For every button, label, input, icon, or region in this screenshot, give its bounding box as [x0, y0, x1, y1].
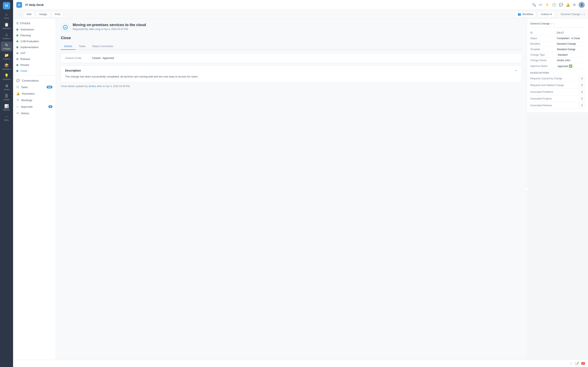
header-icons: 🔍 🏷 ⚡ 🕐 💬 🔔 ⚙ 👤 — [532, 2, 585, 8]
tab-details[interactable]: Details — [61, 43, 76, 50]
nav-item-requests[interactable]: 📋 Requests — [1, 21, 12, 31]
edit-button[interactable]: Edit — [24, 11, 34, 17]
info-template-row: Template Standard change — [530, 47, 585, 52]
content-tabs: Details Tasks Status Comments — [61, 43, 522, 50]
search-icon[interactable]: 🔍 — [532, 3, 536, 7]
nav-item-projects[interactable]: 📁 Projects — [1, 52, 12, 62]
stages-sidebar: ☰ Stages Submission Planning CAB Evaluat… — [13, 19, 56, 360]
chat-icon[interactable]: 💬 — [559, 3, 563, 7]
info-status-row: Status Completed / Close — [530, 36, 585, 41]
cmdb-icon: 🗄 — [5, 94, 8, 98]
stage-review[interactable]: Review — [13, 62, 56, 68]
assoc-problems: Associated Problems 0 — [530, 89, 585, 95]
requests-icon: 📋 — [4, 23, 9, 26]
panel-next-icon[interactable]: › — [553, 22, 554, 25]
nav-item-home[interactable]: ⌂ Home — [1, 11, 12, 21]
solutions-icon: 💡 — [4, 74, 9, 77]
workflow-button[interactable]: 👥 Workflow — [515, 11, 536, 17]
nav-item-assets[interactable]: 🖥 Assets — [1, 82, 12, 92]
zoom-icon[interactable]: ⤢ — [570, 361, 572, 365]
history-icon: ↺ — [16, 111, 19, 115]
updater-link[interactable]: Jendra John — [88, 85, 102, 88]
description-text: The change has been successfully complet… — [65, 75, 518, 79]
status-value: Completed / Close — [557, 37, 585, 40]
approved-check-icon: ✅ — [569, 64, 572, 68]
back-button[interactable]: ‹ — [16, 11, 22, 17]
breadcrumb-next[interactable]: › — [584, 12, 585, 16]
ticket-subtitle: Requested By Jake Long on Apr 6, 2020 03… — [73, 28, 146, 31]
associations-header: ASSOCIATIONS — [530, 72, 585, 74]
id-label: ID — [530, 31, 557, 34]
content-area: ☰ Stages Submission Planning CAB Evaluat… — [13, 19, 588, 360]
assoc-projects: Associated Projects 0 — [530, 95, 585, 102]
panel-prev-icon[interactable]: ‹ — [551, 22, 552, 25]
uat-dot — [16, 52, 18, 54]
problems-icon: ⚠ — [5, 33, 8, 37]
user-avatar[interactable]: 👤 — [579, 2, 585, 8]
lightning-icon[interactable]: ⚡ — [545, 3, 549, 7]
print-button[interactable]: Print — [52, 11, 63, 17]
reminders-icon: 🔔 — [16, 92, 20, 95]
change-type-label: Change Type — [530, 53, 557, 56]
assets-icon: 🖥 — [5, 84, 8, 88]
settings-icon[interactable]: ⚙ — [573, 3, 576, 7]
sidebar-conversations[interactable]: 💬 Conversations — [13, 77, 56, 84]
stage-uat[interactable]: UAT — [13, 50, 56, 56]
nav-item-changes[interactable]: ↻ Changes — [1, 42, 12, 51]
assign-button[interactable]: Assign — [36, 11, 50, 17]
nav-item-problems[interactable]: ⚠ Problems — [1, 31, 12, 41]
panel-breadcrumb: General Change ‹ › — [530, 22, 585, 28]
bookmark-icon[interactable]: 🏷 — [539, 3, 542, 7]
left-navigation: H ⌂ Home 📋 Requests ⚠ Problems ↻ Changes… — [0, 0, 13, 367]
sidebar-worklogs[interactable]: ⏱ Worklogs — [13, 97, 56, 103]
main-area: H IT Help Desk 🔍 🏷 ⚡ 🕐 💬 🔔 ⚙ 👤 ‹ Edit As… — [13, 0, 588, 367]
workflow-label: Workflow — [530, 42, 557, 45]
tasks-icon: ☑ — [16, 85, 19, 89]
ticket-header: Moving on-premises services to the cloud… — [61, 23, 522, 32]
nav-item-reports[interactable]: 📊 Reports — [1, 103, 12, 113]
nav-item-releases[interactable]: 📦 Releases — [1, 62, 12, 72]
top-header: H IT Help Desk 🔍 🏷 ⚡ 🕐 💬 🔔 ⚙ 👤 — [13, 0, 588, 10]
nav-item-more[interactable]: ··· More — [1, 113, 12, 123]
approvals-badge: 9 — [48, 105, 52, 108]
stage-submission[interactable]: Submission — [13, 26, 56, 33]
requester-link[interactable]: Jake Long — [89, 28, 100, 31]
nav-item-cmdb[interactable]: 🗄 CMDB — [1, 92, 12, 102]
stage-planning[interactable]: Planning — [13, 33, 56, 38]
more-icon: ··· — [5, 115, 8, 118]
breadcrumb-title: General Change — [561, 13, 580, 16]
stage-cab-evaluation[interactable]: CAB Evaluation — [13, 38, 56, 44]
right-panel-wrapper: › General Change ‹ › ID CH-17 Status Co — [527, 19, 588, 360]
workflow-value: Standard Change — [557, 42, 585, 45]
collapse-panel-button[interactable]: › — [524, 187, 529, 192]
assoc-release: Associated Release 0 — [530, 102, 585, 109]
status-label: Status — [530, 37, 557, 40]
info-id-row: ID CH-17 — [530, 30, 585, 36]
history-icon[interactable]: 🕐 — [552, 3, 556, 7]
sidebar-reminders[interactable]: 🔔 Reminders — [13, 90, 56, 97]
edit-bottom-icon[interactable]: 📝 — [575, 361, 579, 365]
bell-icon[interactable]: 🔔 — [566, 3, 570, 7]
template-label: Template — [530, 48, 557, 51]
beta-badge: β — [581, 362, 585, 365]
ticket-icon — [61, 23, 70, 32]
breadcrumb-prev[interactable]: ‹ — [581, 12, 582, 16]
stage-release[interactable]: Release — [13, 56, 56, 62]
nav-item-solutions[interactable]: 💡 Solutions — [1, 72, 12, 82]
description-header: Description ✏ — [65, 69, 518, 72]
sidebar-approvals[interactable]: ✓ Approvals 9 — [13, 103, 56, 110]
actions-button[interactable]: Actions ▾ — [538, 11, 555, 17]
tab-tasks[interactable]: Tasks — [76, 43, 89, 50]
tab-status-comments[interactable]: Status Comments — [89, 43, 116, 50]
approval-status-value: Approved ✅ — [557, 64, 585, 68]
stage-implementation[interactable]: Implementation — [13, 44, 56, 50]
sidebar-tasks[interactable]: ☑ Tasks 5/5 — [13, 84, 56, 90]
ticket-info: Moving on-premises services to the cloud… — [73, 23, 146, 31]
sidebar-history[interactable]: ↺ History — [13, 110, 56, 117]
stage-close[interactable]: Close — [13, 68, 56, 74]
submission-dot — [16, 29, 18, 31]
app-title: IT Help Desk — [25, 3, 44, 7]
logo-icon: H — [3, 2, 10, 9]
description-edit-icon[interactable]: ✏ — [515, 69, 518, 72]
sidebar-divider — [13, 75, 56, 76]
